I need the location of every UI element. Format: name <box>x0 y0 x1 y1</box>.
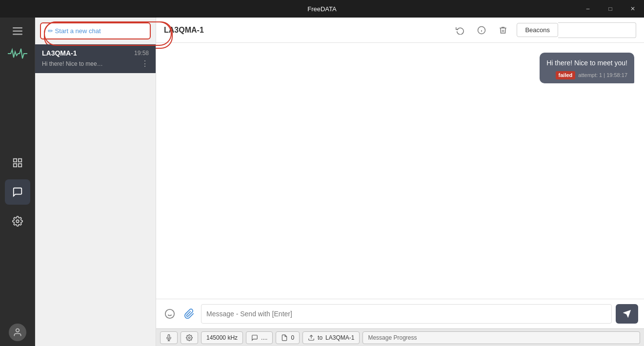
close-button[interactable]: ✕ <box>622 0 644 18</box>
svg-point-8 <box>16 329 19 332</box>
message-input[interactable] <box>201 304 612 324</box>
beacons-control: Beacons <box>517 22 636 38</box>
app-title: FreeDATA <box>307 5 336 13</box>
chat-list-panel: ✏ Start a new chat LA3QMA-1 19:58 Hi the… <box>35 18 156 346</box>
app-body: ✏ Start a new chat LA3QMA-1 19:58 Hi the… <box>0 18 644 346</box>
input-area <box>156 299 644 328</box>
svg-rect-2 <box>13 34 22 35</box>
message-bubble: Hi there! Nice to meet you! failed attem… <box>540 53 634 83</box>
callsign-value: LA3QMA-1 <box>325 334 354 341</box>
delete-icon[interactable] <box>495 22 511 38</box>
attachment-button[interactable] <box>181 306 197 322</box>
info-icon[interactable] <box>474 22 489 38</box>
svg-point-7 <box>16 220 19 223</box>
svg-rect-0 <box>13 27 22 29</box>
chat-item-name: LA3QMA-1 <box>42 49 77 57</box>
svg-rect-3 <box>13 159 16 162</box>
svg-rect-1 <box>13 31 22 32</box>
send-to-status[interactable]: to LA3QMA-1 <box>302 331 360 344</box>
message-text: Hi there! Nice to meet you! <box>546 59 627 67</box>
chat-header-right: Beacons <box>452 22 636 38</box>
svg-marker-16 <box>624 310 631 318</box>
user-avatar[interactable] <box>9 324 26 341</box>
waveform-icon <box>5 44 30 63</box>
retry-icon[interactable] <box>452 22 468 38</box>
window-controls: – □ ✕ <box>577 0 644 18</box>
nav-settings-button[interactable] <box>5 209 30 234</box>
radio-status[interactable] <box>160 331 178 344</box>
main-chat: LA3QMA-1 Beacon <box>156 18 644 346</box>
nav-grid-button[interactable] <box>5 150 30 175</box>
chat-header: LA3QMA-1 Beacon <box>156 18 644 43</box>
emoji-button[interactable] <box>162 306 178 322</box>
status-badge: failed <box>556 71 576 79</box>
message-dots: .... <box>261 334 267 341</box>
left-nav <box>0 18 35 346</box>
chat-item-menu-icon[interactable]: ⋮ <box>141 59 149 68</box>
frequency-value: 145000 kHz <box>206 334 238 341</box>
message-meta-text: attempt: 1 | 19:58:17 <box>578 72 627 79</box>
beacons-button[interactable]: Beacons <box>517 23 558 37</box>
messages-area: Hi there! Nice to meet you! failed attem… <box>156 43 644 299</box>
message-meta: failed attempt: 1 | 19:58:17 <box>546 71 627 79</box>
svg-point-12 <box>165 309 174 318</box>
svg-rect-5 <box>13 164 16 167</box>
settings-status[interactable] <box>181 331 198 344</box>
status-bar: 145000 kHz .... 0 to LA3QMA-1 <box>156 328 644 346</box>
message-status[interactable]: .... <box>246 331 273 344</box>
file-count: 0 <box>291 334 294 341</box>
chat-item-time: 19:58 <box>134 50 149 57</box>
to-label: to <box>318 334 322 341</box>
new-chat-button[interactable]: ✏ Start a new chat <box>40 22 151 39</box>
chat-item-preview-row: Hi there! Nice to mee… ⋮ <box>42 59 149 68</box>
chat-item-header: LA3QMA-1 19:58 <box>42 49 149 57</box>
nav-chat-button[interactable] <box>5 179 30 205</box>
svg-rect-4 <box>18 159 21 162</box>
svg-point-19 <box>188 337 190 339</box>
svg-rect-6 <box>18 164 21 167</box>
file-status[interactable]: 0 <box>276 331 300 344</box>
hamburger-menu[interactable] <box>8 22 27 40</box>
beacons-input[interactable] <box>558 22 636 38</box>
titlebar: FreeDATA – □ ✕ <box>0 0 644 18</box>
maximize-button[interactable]: □ <box>599 0 622 18</box>
chat-header-title: LA3QMA-1 <box>164 26 204 35</box>
minimize-button[interactable]: – <box>577 0 599 18</box>
send-button[interactable] <box>616 304 638 324</box>
progress-label: Message Progress <box>368 334 417 341</box>
message-progress: Message Progress <box>362 331 640 344</box>
chat-list-item[interactable]: LA3QMA-1 19:58 Hi there! Nice to mee… ⋮ <box>35 44 156 73</box>
frequency-display[interactable]: 145000 kHz <box>201 331 243 344</box>
chat-item-preview: Hi there! Nice to mee… <box>42 60 103 67</box>
